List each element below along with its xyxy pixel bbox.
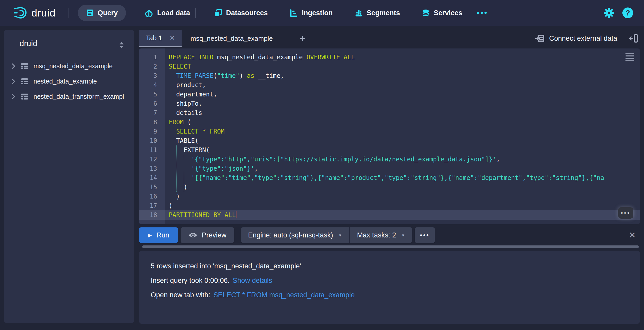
nav-label: Segments [367,9,400,17]
chevron-right-icon[interactable] [11,78,15,84]
code-line[interactable]: FROM ( [165,118,640,127]
nav-item-segments[interactable]: Segments [354,9,400,17]
play-icon: ▶ [148,232,152,238]
settings-gear-icon[interactable] [603,7,615,19]
line-number: 14 [139,173,165,183]
engine-select[interactable]: Engine: auto (sql-msq-task) ▼ [241,227,349,243]
close-tab-icon[interactable]: ✕ [170,34,175,42]
line-number: 1 [139,53,165,62]
add-tab-button[interactable]: + [300,33,306,44]
insert-result-message: 5 rows inserted into 'msq_nested_data_ex… [151,262,630,270]
code-line[interactable]: ) [165,201,640,210]
code-line[interactable]: department, [165,90,640,99]
sql-editor[interactable]: 123456789101112131415161718 REPLACE INTO… [139,48,640,224]
code-line[interactable]: SELECT * FROM [165,127,640,136]
close-results-icon[interactable]: ✕ [629,230,636,240]
eye-icon [188,232,198,238]
druid-console: druid Query Load data [0,0,644,330]
code-line[interactable]: PARTITIONED BY ALL [165,210,640,220]
brand-name: druid [31,7,56,19]
code-line[interactable]: TIME_PARSE("time") as __time, [165,71,640,80]
nav-divider [195,8,196,18]
connect-external-data-button[interactable]: Connect external data [535,34,617,43]
connect-label: Connect external data [549,35,617,43]
show-details-link[interactable]: Show details [233,277,272,284]
brand[interactable]: druid [13,5,56,20]
line-number: 4 [139,80,165,90]
nav-label: Services [434,9,462,17]
code-line[interactable]: shipTo, [165,99,640,108]
line-number: 17 [139,201,165,210]
schema-sidebar: druid msq_nested_data_example [4,30,134,323]
indent-guide [184,155,184,192]
line-number: 2 [139,62,165,71]
nav-divider [69,8,69,18]
line-number: 16 [139,192,165,201]
nav-label: Datasources [226,9,268,17]
help-icon[interactable]: ? [622,7,633,18]
more-nav-items-icon[interactable]: ••• [477,9,488,17]
max-tasks-select[interactable]: Max tasks: 2 ▼ [350,227,412,243]
code-line[interactable]: '[{"name":"time","type":"string"},{"name… [165,173,640,183]
nav-item-query[interactable]: Query [78,5,126,21]
tab-bar: Tab 1 ✕ msq_nested_data_example + Connec [139,30,640,47]
open-new-tab-query-link[interactable]: SELECT * FROM msq_nested_data_example [213,291,355,299]
editor-more-button[interactable]: ••• [618,207,633,219]
import-data-icon [535,34,545,43]
chevron-right-icon[interactable] [11,94,15,100]
code-line[interactable]: details [165,108,640,118]
tree-item-table[interactable]: nested_data_transform_exampl [4,89,134,104]
code-line[interactable]: TABLE( [165,136,640,145]
indent-guide [176,145,177,192]
double-caret-sort-icon[interactable] [118,42,125,49]
engine-label: Engine: auto (sql-msq-task) [248,231,333,239]
nav-item-load-data[interactable]: Load data [145,9,190,17]
line-number: 7 [139,108,165,118]
splitter-handle[interactable] [142,245,639,248]
editor-menu-icon[interactable] [625,53,634,61]
editor-code[interactable]: REPLACE INTO msq_nested_data_example OVE… [165,48,640,224]
run-label: Run [156,231,169,239]
nav-item-services[interactable]: Services [422,9,462,17]
nav-label: Ingestion [302,9,333,17]
code-line[interactable]: '{"type":"json"}', [165,164,640,173]
open-tab-line: Open new tab with:SELECT * FROM msq_nest… [151,291,630,299]
code-line[interactable]: ) [165,192,640,201]
chevron-right-icon[interactable] [11,63,15,69]
line-number: 8 [139,118,165,127]
run-more-button[interactable]: ••• [415,227,435,243]
services-icon [422,9,430,17]
code-line[interactable]: product, [165,80,640,90]
segments-icon [354,9,363,17]
tree-item-table[interactable]: nested_data_example [4,74,134,89]
schema-name[interactable]: druid [20,39,37,48]
line-number: 5 [139,90,165,99]
run-toolbar: ▶ Run Preview Engine: auto (sql-msq-task… [139,227,640,243]
code-line[interactable]: REPLACE INTO msq_nested_data_example OVE… [165,53,640,62]
run-button[interactable]: ▶ Run [139,227,178,243]
code-line[interactable]: ) [165,183,640,192]
open-side-panel-icon[interactable] [629,34,638,43]
nav-label: Query [98,9,118,17]
druid-logo-icon [13,5,28,20]
nav-item-datasources[interactable]: Datasources [214,9,268,17]
code-line[interactable]: '{"type":"http","uris":["https://static.… [165,155,640,164]
tree-item-table[interactable]: msq_nested_data_example [4,59,134,74]
datasources-icon [214,9,222,17]
timing-line: Insert query took 0:00:06.Show details [151,276,630,285]
load-data-icon [145,9,153,17]
line-number: 9 [139,127,165,136]
chevron-down-icon: ▼ [401,233,405,237]
preview-button[interactable]: Preview [181,227,234,243]
code-line[interactable]: EXTERN( [165,145,640,155]
text-cursor [236,211,236,218]
chevron-down-icon: ▼ [338,233,342,237]
top-navbar: druid Query Load data [0,0,644,26]
line-number: 18 [139,210,165,220]
line-number: 6 [139,99,165,108]
code-line[interactable]: SELECT [165,62,640,71]
tab-msq-nested-data-example[interactable]: msq_nested_data_example [182,30,281,47]
nav-item-ingestion[interactable]: Ingestion [290,9,333,17]
tab-1[interactable]: Tab 1 ✕ [139,30,182,47]
query-icon [86,9,94,17]
